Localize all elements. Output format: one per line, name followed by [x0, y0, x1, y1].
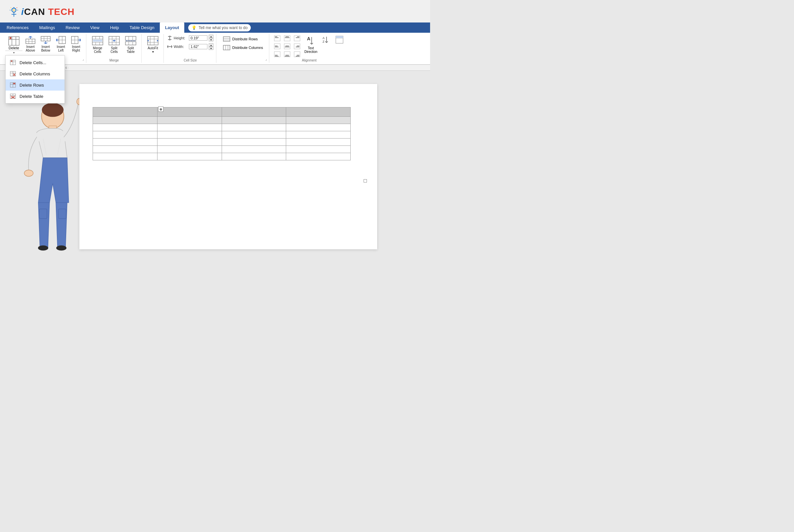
logo-i: i	[21, 6, 24, 17]
table-cell[interactable]	[93, 153, 158, 160]
ribbon-toolbar: Delete ▾ Delete Cells...	[0, 33, 430, 64]
distribute-items: Distribute Rows Distribute Columns	[220, 35, 266, 52]
tab-mailings[interactable]: Mailings	[34, 22, 60, 33]
table-cell[interactable]	[157, 108, 222, 117]
align-top-left[interactable]	[273, 35, 282, 42]
table-cell[interactable]	[93, 138, 158, 146]
svg-text:Z: Z	[322, 40, 325, 43]
width-label: Width:	[174, 45, 188, 49]
align-bottom-center[interactable]	[282, 51, 292, 58]
tab-help[interactable]: Help	[105, 22, 124, 33]
svg-text:A: A	[307, 36, 310, 41]
table-cell[interactable]	[286, 108, 351, 117]
table-cell[interactable]	[286, 138, 351, 146]
svg-rect-79	[125, 42, 136, 45]
distribute-rows-icon	[223, 36, 230, 42]
insert-below-button[interactable]: InsertBelow	[38, 35, 53, 53]
height-down[interactable]: ▼	[209, 38, 214, 41]
height-up[interactable]: ▲	[209, 35, 214, 38]
autofit-icon	[147, 36, 159, 45]
rows-cols-expand[interactable]: ⌟	[82, 57, 84, 61]
table-cell[interactable]	[286, 153, 351, 160]
autofit-items: AutoFit▾	[145, 35, 161, 62]
table-cell[interactable]	[93, 124, 158, 131]
align-bottom-right[interactable]	[293, 51, 302, 58]
table-resize-handle[interactable]	[364, 179, 367, 183]
split-cells-button[interactable]: SplitCells	[106, 35, 122, 55]
insert-left-button[interactable]: InsertLeft	[54, 35, 68, 53]
width-input[interactable]	[189, 44, 207, 49]
doc-area: ⊕	[79, 84, 377, 249]
table-cell[interactable]	[93, 146, 158, 153]
delete-table-item[interactable]: Delete Table	[6, 91, 64, 102]
table-cell[interactable]	[286, 124, 351, 131]
table-cell[interactable]	[222, 124, 286, 131]
table-row	[93, 124, 351, 131]
svg-point-150	[42, 103, 63, 117]
table-cell[interactable]	[222, 153, 286, 160]
align-top-right[interactable]	[293, 35, 302, 42]
table-cell[interactable]	[222, 117, 286, 124]
table-cell[interactable]	[157, 138, 222, 146]
table-cell[interactable]	[93, 131, 158, 138]
search-box[interactable]: 💡 Tell me what you want to do	[188, 24, 251, 32]
tab-references[interactable]: References	[1, 22, 34, 33]
delete-columns-item[interactable]: Delete Columns	[6, 68, 64, 79]
table-cell[interactable]	[222, 108, 286, 117]
table-cell[interactable]	[286, 117, 351, 124]
table-cell[interactable]	[157, 117, 222, 124]
sort-button[interactable]: A Z	[320, 35, 332, 45]
align-middle-left[interactable]	[273, 43, 282, 50]
delete-button-main[interactable]: Delete	[5, 35, 22, 51]
align-middle-center[interactable]	[282, 43, 292, 50]
tab-table-design[interactable]: Table Design	[124, 22, 160, 33]
table-row	[93, 153, 351, 160]
distribute-cols-button[interactable]: Distribute Columns	[222, 44, 264, 51]
text-direction-button[interactable]: A TextDirection	[302, 35, 319, 55]
width-up[interactable]: ▲	[209, 43, 214, 46]
delete-dropdown-arrow[interactable]: ▾	[5, 51, 22, 55]
delete-rows-item[interactable]: Delete Rows	[6, 79, 64, 91]
merge-items: MergeCells SplitCells	[90, 35, 139, 58]
alignment-group-label: Alignment	[302, 58, 316, 62]
insert-right-button[interactable]: InsertRight	[69, 35, 84, 53]
svg-text:A: A	[322, 36, 325, 40]
table-cell[interactable]	[157, 131, 222, 138]
align-top-center[interactable]	[282, 35, 292, 42]
table-cell[interactable]	[157, 146, 222, 153]
split-table-button[interactable]: SplitTable	[123, 35, 139, 55]
table-cell[interactable]	[286, 146, 351, 153]
repeat-header-icon	[335, 35, 344, 44]
cell-size-expand[interactable]: ⌟	[265, 57, 267, 61]
svg-point-153	[24, 170, 33, 176]
autofit-button[interactable]: AutoFit▾	[145, 35, 161, 55]
delete-dropdown-menu: Delete Cells... Delete Columns	[5, 55, 65, 103]
table-cell[interactable]	[286, 131, 351, 138]
table-cell[interactable]	[157, 153, 222, 160]
table-cell[interactable]	[93, 117, 158, 124]
tab-view[interactable]: View	[85, 22, 105, 33]
svg-rect-76	[125, 36, 136, 40]
table-cell[interactable]	[222, 131, 286, 138]
table-row	[93, 131, 351, 138]
table-move-handle[interactable]: ⊕	[158, 107, 163, 112]
merge-cells-button[interactable]: MergeCells	[90, 35, 106, 55]
distribute-rows-button[interactable]: Distribute Rows	[222, 35, 264, 43]
table-cell[interactable]	[93, 108, 158, 117]
align-middle-right[interactable]	[293, 43, 302, 50]
insert-above-button[interactable]: InsertAbove	[23, 35, 38, 53]
ribbon-group-alignment: A TextDirection A Z	[270, 34, 348, 63]
repeat-header-rows-button[interactable]	[333, 35, 346, 45]
table-cell[interactable]	[157, 124, 222, 131]
split-cells-icon	[108, 36, 120, 45]
table-cell[interactable]	[222, 138, 286, 146]
delete-cells-item[interactable]: Delete Cells...	[6, 57, 64, 68]
insert-left-label: InsertLeft	[57, 45, 65, 52]
height-input[interactable]	[189, 35, 207, 41]
tab-review[interactable]: Review	[60, 22, 85, 33]
table-cell[interactable]	[222, 146, 286, 153]
align-bottom-left[interactable]	[273, 51, 282, 58]
ribbon-tabs: References Mailings Review View Help Tab…	[0, 22, 430, 33]
tab-layout[interactable]: Layout	[160, 22, 185, 33]
width-down[interactable]: ▼	[209, 46, 214, 50]
